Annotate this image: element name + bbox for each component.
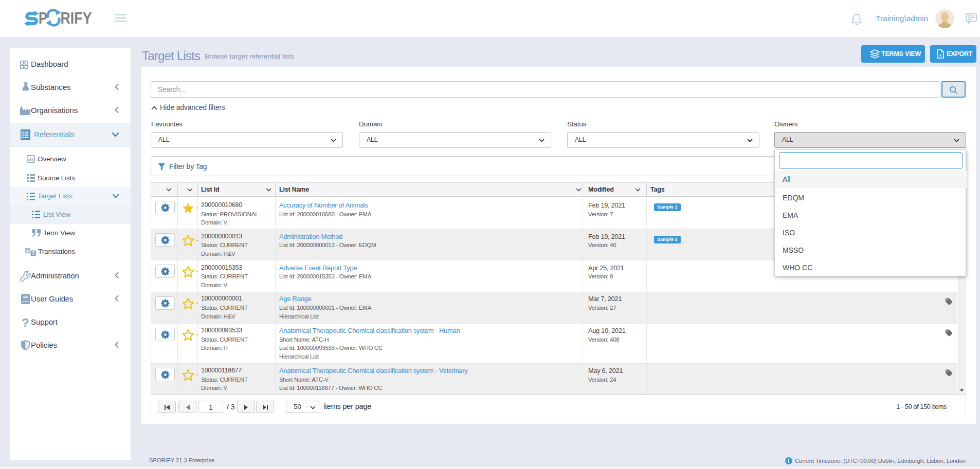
svg-text:A: A: [26, 249, 29, 253]
svg-text:x: x: [939, 53, 942, 58]
svg-text:P: P: [39, 9, 47, 27]
svg-text:RIFY: RIFY: [61, 9, 92, 27]
